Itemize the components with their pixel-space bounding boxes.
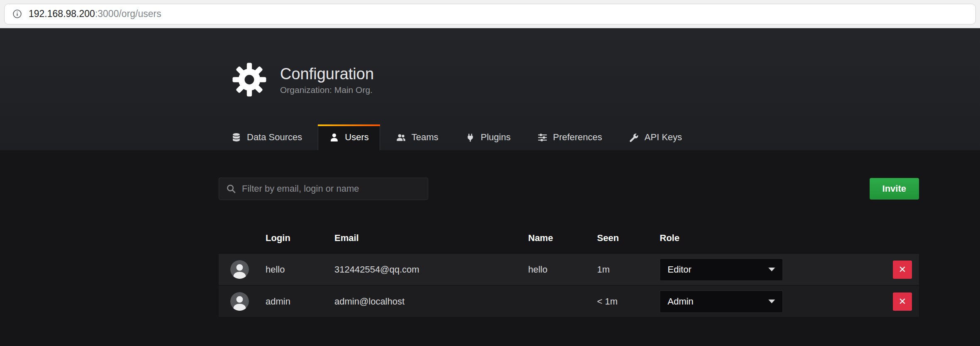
cell-login: hello — [266, 264, 334, 275]
url-path: :3000/org/users — [95, 8, 161, 19]
avatar — [230, 292, 249, 311]
column-header-name: Name — [528, 233, 597, 244]
tab-data-sources[interactable]: Data Sources — [220, 124, 313, 150]
url-text[interactable]: 192.168.98.200:3000/org/users — [29, 8, 161, 19]
tab-teams[interactable]: Teams — [385, 124, 449, 150]
column-header-role: Role — [660, 233, 853, 244]
database-icon — [231, 132, 241, 143]
cell-email: admin@localhost — [334, 296, 528, 307]
plug-icon — [465, 132, 475, 143]
chevron-down-icon — [768, 268, 775, 271]
user-filter-box — [219, 178, 428, 200]
chevron-down-icon — [768, 300, 775, 303]
column-header-seen: Seen — [597, 233, 660, 244]
delete-icon: ✕ — [899, 264, 906, 275]
tab-api-keys[interactable]: API Keys — [618, 124, 692, 150]
table-header-row: Login Email Name Seen Role — [219, 227, 919, 250]
tab-label: Data Sources — [247, 132, 302, 143]
table-row: hello 312442554@qq.com hello 1m Editor ✕ — [219, 254, 919, 286]
delete-cell: ✕ — [853, 292, 919, 311]
tab-preferences[interactable]: Preferences — [527, 124, 613, 150]
cell-name: hello — [528, 264, 597, 275]
invite-button[interactable]: Invite — [870, 178, 919, 200]
user-filter-input[interactable] — [242, 183, 421, 194]
role-select[interactable]: Editor — [660, 258, 783, 281]
delete-user-button[interactable]: ✕ — [893, 261, 912, 279]
omnibox[interactable]: 192.168.98.200:3000/org/users — [4, 4, 976, 24]
info-icon[interactable] — [12, 9, 22, 19]
tab-plugins[interactable]: Plugins — [454, 124, 522, 150]
url-host: 192.168.98.200 — [29, 8, 95, 19]
tab-label: Plugins — [481, 132, 511, 143]
header-main: Configuration Organization: Main Org. — [231, 61, 980, 98]
cell-login: admin — [266, 296, 334, 307]
toolbar: Invite — [219, 178, 919, 200]
tab-users[interactable]: Users — [318, 124, 380, 150]
users-icon — [396, 132, 406, 143]
delete-user-button[interactable]: ✕ — [893, 292, 912, 311]
role-select-value: Admin — [668, 296, 693, 307]
delete-cell: ✕ — [853, 261, 919, 279]
cell-seen: < 1m — [597, 296, 660, 307]
page-subtitle: Organization: Main Org. — [280, 85, 374, 95]
sliders-icon — [537, 132, 548, 143]
page-title: Configuration — [280, 65, 374, 83]
browser-url-bar: 192.168.98.200:3000/org/users — [0, 0, 980, 28]
page-header: Configuration Organization: Main Org. Da… — [0, 28, 980, 150]
cell-seen: 1m — [597, 264, 660, 275]
tab-label: API Keys — [644, 132, 682, 143]
table-row: admin admin@localhost < 1m Admin ✕ — [219, 286, 919, 318]
column-header-login: Login — [266, 233, 334, 244]
avatar-cell — [219, 260, 266, 279]
search-icon — [226, 183, 236, 194]
column-header-email: Email — [334, 233, 528, 244]
tab-label: Teams — [412, 132, 439, 143]
avatar — [230, 260, 249, 279]
grafana-page: Configuration Organization: Main Org. Da… — [0, 28, 980, 346]
header-text: Configuration Organization: Main Org. — [280, 65, 374, 95]
user-icon — [329, 132, 339, 143]
gear-icon — [231, 61, 268, 98]
users-table: Login Email Name Seen Role — [219, 227, 919, 318]
avatar-cell — [219, 292, 266, 311]
role-cell: Admin — [660, 290, 853, 313]
cell-email: 312442554@qq.com — [334, 264, 528, 275]
tab-bar: Data Sources Users — [220, 124, 980, 150]
delete-icon: ✕ — [899, 296, 906, 307]
tab-label: Preferences — [553, 132, 602, 143]
tab-label: Users — [345, 132, 368, 143]
wrench-icon — [629, 132, 639, 143]
page-body: Invite Login Email Name Seen Role — [0, 150, 980, 346]
role-select-value: Editor — [668, 264, 691, 275]
role-cell: Editor — [660, 258, 853, 281]
role-select[interactable]: Admin — [660, 290, 783, 313]
